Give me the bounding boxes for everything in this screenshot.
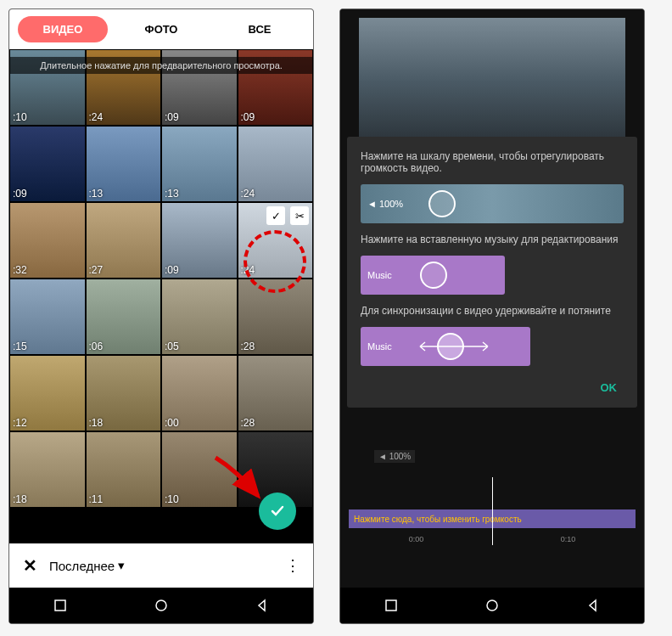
nav-recent-icon[interactable] [53,599,67,612]
grid-cell[interactable]: :09 [9,126,86,202]
select-icon[interactable]: ✓ [266,206,285,225]
duration-label: :24 [241,264,255,276]
tab-photo[interactable]: ФОТО [116,16,206,42]
grid-cell[interactable]: :05 [161,279,238,355]
duration-label: :24 [89,111,104,123]
more-icon[interactable]: ⋮ [285,556,300,575]
grid-cell[interactable]: :11 [86,431,162,508]
duration-label: :09 [165,264,179,276]
android-navbar [9,588,313,623]
duration-label: :10 [165,493,179,505]
duration-label: :06 [89,341,104,352]
confirm-fab[interactable] [259,492,296,530]
grid-cell[interactable]: :24 [238,126,314,202]
svg-point-1 [156,600,166,611]
duration-label: :13 [165,188,179,200]
svg-point-3 [487,600,497,611]
grid-cell[interactable]: :09 [161,202,238,279]
grid-cell[interactable]: :00 [161,355,238,431]
duration-label: :28 [241,341,255,352]
dropdown-label: Последнее [49,559,115,573]
close-icon[interactable]: ✕ [23,555,37,576]
duration-label: :18 [13,493,27,505]
grid-cell[interactable]: :13 [86,126,162,202]
nav-recent-icon[interactable] [384,599,398,612]
video-vol-knob[interactable] [428,190,456,217]
duration-label: :18 [89,417,104,429]
check-icon [269,503,286,520]
timeline-vol-badge: ◄ 100% [374,450,415,463]
music-label-1: Music [367,270,392,280]
media-grid: :10:24:09:09:09:13:13:24:32:27:09:24✓✂:1… [9,49,313,543]
nav-back-icon[interactable] [586,599,600,612]
duration-label: :09 [13,188,27,200]
tab-video[interactable]: ВИДЕО [18,16,108,42]
grid-cell[interactable]: :18 [86,355,162,431]
nav-home-icon[interactable] [154,599,168,612]
grid-cell[interactable]: :28 [238,279,314,355]
tip-text-1: Нажмите на шкалу времени, чтобы отрегули… [361,150,624,174]
tab-bar: ВИДЕО ФОТО ВСЕ [9,9,313,49]
grid-cell[interactable]: :06 [86,279,162,355]
duration-label: :09 [241,111,255,123]
editor-screen: Нажмите на шкалу времени, чтобы отрегули… [340,9,644,588]
cell-actions: ✓✂ [266,206,309,225]
duration-label: :13 [89,188,104,200]
svg-rect-0 [55,600,65,611]
grid-cell[interactable]: :10 [161,431,238,508]
music-strip-1[interactable]: Music [361,256,505,295]
duration-label: :24 [241,188,255,200]
grid-cell[interactable]: :28 [238,355,314,431]
duration-label: :00 [165,417,179,429]
time-0: 0:00 [409,535,424,543]
playhead[interactable] [492,477,493,545]
music-knob-1[interactable] [420,262,447,289]
duration-label: :27 [89,264,104,276]
grid-cell[interactable]: :13 [161,126,238,202]
duration-label: :10 [13,111,27,123]
video-preview[interactable] [359,18,625,145]
grid-cell[interactable]: :32 [9,202,86,279]
drag-arrows-icon [412,338,496,355]
grid-cell[interactable]: :18 [9,431,86,508]
music-strip-2[interactable]: Music [361,327,530,366]
grid-cell[interactable]: :15 [9,279,86,355]
duration-label: :32 [13,264,27,276]
grid-cell[interactable]: :24✓✂ [238,202,314,279]
help-dialog: Нажмите на шкалу времени, чтобы отрегули… [347,137,637,408]
duration-label: :09 [165,111,179,123]
duration-label: :28 [241,417,255,429]
duration-label: :11 [89,493,104,505]
duration-label: :12 [13,417,27,429]
phone-right: Нажмите на шкалу времени, чтобы отрегули… [339,8,645,624]
chevron-down-icon: ▾ [118,558,125,573]
tab-all[interactable]: ВСЕ [215,16,305,42]
video-vol-label: ◄ 100% [367,199,403,209]
nav-back-icon[interactable] [255,599,269,612]
svg-rect-2 [386,600,396,611]
video-volume-strip[interactable]: ◄ 100% [361,184,624,223]
phone-left: ВИДЕО ФОТО ВСЕ Длительное нажатие для пр… [8,8,314,624]
tip-text-2: Нажмите на вставленную музыку для редакт… [361,234,624,245]
duration-label: :05 [165,341,179,352]
timeline-area: ◄ 100% Нажмите сюда, чтобы изменить гром… [340,416,644,588]
grid-cell[interactable]: :12 [9,355,86,431]
longpress-hint: Длительное нажатие для предварительного … [9,57,313,74]
music-label-2: Music [367,341,392,352]
duration-label: :15 [13,341,27,352]
bottom-bar: ✕ Последнее ▾ ⋮ [9,543,313,588]
nav-home-icon[interactable] [485,599,499,612]
scissors-icon[interactable]: ✂ [290,206,309,225]
android-navbar-2 [340,588,644,623]
ok-button[interactable]: OK [594,376,624,399]
grid-cell[interactable]: :27 [86,202,162,279]
time-1: 0:10 [561,535,576,543]
album-dropdown[interactable]: Последнее ▾ [49,558,125,573]
tip-text-3: Для синхронизации с видео удерживайте и … [361,305,624,317]
